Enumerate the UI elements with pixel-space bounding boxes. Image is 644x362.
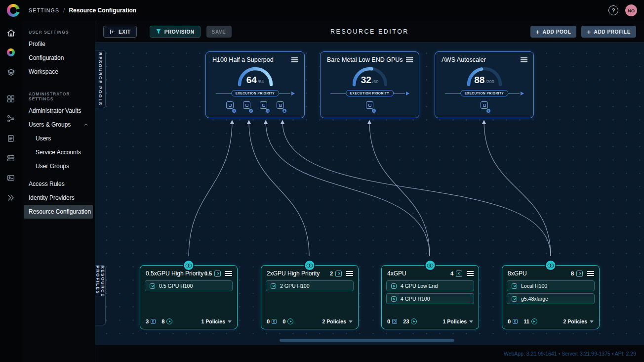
provision-button[interactable]: PROVISION — [150, 26, 201, 38]
admin-settings-header: ADMINISTRATOR SETTINGS — [22, 87, 95, 104]
connector-node-icon[interactable] — [545, 260, 557, 271]
sidebar-item-user-groups[interactable]: User Groups — [22, 159, 95, 173]
connector-node-icon[interactable] — [183, 260, 195, 271]
profile-item-label: Local H100 — [521, 283, 547, 289]
profile-card-05xgpu[interactable]: 0.5xGPU High Priority 0.5 0.5 GPU H100 3… — [140, 265, 238, 329]
pool-card-h100[interactable]: H100 Half a Superpod 64 /64 EXECUTION PR… — [205, 51, 305, 118]
pool-gpu-slot[interactable]: 4 — [277, 101, 284, 111]
policies-dropdown[interactable]: 2 Policies — [564, 318, 594, 324]
resource-profiles-tab[interactable]: RESOURCE PROFILES — [95, 265, 106, 325]
provision-label: PROVISION — [164, 29, 195, 35]
profile-gpu-count: 8 — [571, 271, 574, 276]
profile-menu-icon[interactable] — [467, 271, 474, 276]
pipelines-icon[interactable] — [0, 109, 22, 129]
pool-total-count: /64 — [258, 79, 264, 84]
expand-rail-icon[interactable] — [0, 188, 22, 208]
pool-menu-icon[interactable] — [291, 57, 298, 62]
profile-item-label: 0.5 GPU H100 — [159, 283, 193, 289]
running-jobs-icon — [531, 318, 537, 324]
policies-dropdown[interactable]: 1 Policies — [201, 318, 232, 324]
save-label: SAVE — [212, 29, 226, 35]
profile-card-8xgpu[interactable]: 8xGPU 8 Local H100 g5.48xlarge 0 11 — [502, 265, 600, 329]
execution-priority-axis: EXECUTION PRIORITY — [206, 90, 304, 97]
users-groups-label: Users & Groups — [29, 121, 71, 128]
sidebar-item-workspace[interactable]: Workspace — [22, 65, 95, 79]
edge-p3-pool1 — [266, 121, 430, 256]
profile-resource-item[interactable]: g5.48xlarge — [507, 293, 595, 304]
sidebar-item-resource-configuration[interactable]: Resource Configuration — [24, 205, 93, 219]
pool-gpu-slot[interactable]: 3 — [260, 101, 267, 111]
pool-used-count: 32 — [361, 75, 371, 86]
exit-button[interactable]: EXIT — [103, 26, 137, 38]
profile-item-label: 2 GPU H100 — [280, 283, 310, 289]
sidebar-item-access-rules[interactable]: Access Rules — [22, 177, 95, 191]
priority-arrow-icon — [291, 91, 295, 95]
reports-icon[interactable] — [0, 129, 22, 148]
gpu-chip-icon — [260, 101, 267, 109]
layers-icon[interactable] — [0, 62, 22, 82]
connector-node-icon[interactable] — [425, 260, 436, 271]
resource-editor-canvas[interactable]: RESOURCE POOLS RESOURCE PROFILES H100 Ha… — [95, 43, 644, 345]
save-button[interactable]: SAVE — [206, 26, 232, 38]
add-pool-button[interactable]: + ADD POOL — [530, 26, 577, 38]
profile-resource-item[interactable]: Local H100 — [507, 280, 595, 291]
policies-dropdown[interactable]: 2 Policies — [322, 318, 353, 324]
pool-gpu-slot[interactable]: 1 — [481, 101, 488, 111]
connector-node-icon[interactable] — [304, 260, 316, 271]
profile-card-4xgpu[interactable]: 4xGPU 4 4 GPU Low End 4 GPU H100 0 23 — [381, 265, 479, 329]
gpu-chip-icon — [391, 283, 397, 289]
clearml-logo-icon[interactable] — [7, 4, 20, 17]
home-icon[interactable] — [0, 23, 22, 43]
add-profile-button[interactable]: + ADD PROFILE — [581, 26, 636, 38]
resource-pools-tab[interactable]: RESOURCE POOLS — [95, 50, 106, 108]
queues-icon[interactable] — [0, 148, 22, 168]
policies-label: 2 Policies — [564, 318, 587, 324]
profile-resource-item[interactable]: 0.5 GPU H100 — [145, 280, 233, 291]
profile-resource-item[interactable]: 2 GPU H100 — [266, 280, 354, 291]
footer: WebApp: 3.21.99-1641 • Server: 3.21.99-1… — [95, 345, 644, 362]
pool-menu-icon[interactable] — [406, 57, 413, 62]
apps-grid-icon[interactable] — [0, 89, 22, 109]
profile-title: 4xGPU — [387, 270, 450, 277]
pool-card-bare-metal[interactable]: Bare Metal Low END GPUs 32 /60 EXECUTION… — [320, 51, 419, 118]
profile-menu-icon[interactable] — [225, 271, 232, 276]
pool-card-aws-autoscaler[interactable]: AWS Autoscaler 88 /200 EXECUTION PRIORIT… — [435, 51, 534, 118]
policies-dropdown[interactable]: 1 Policies — [443, 318, 473, 324]
breadcrumb-settings[interactable]: SETTINGS — [29, 7, 59, 13]
gpu-chip-icon — [456, 271, 462, 277]
help-icon[interactable]: ? — [608, 5, 618, 15]
sidebar-item-configuration[interactable]: Configuration — [22, 51, 95, 65]
chevron-down-icon — [349, 320, 353, 323]
pool-gpu-slot[interactable]: 2 — [243, 101, 250, 111]
monitor-icon[interactable] — [0, 168, 22, 188]
catalog-icon[interactable] — [0, 43, 22, 62]
pool-gauge: 64 /64 — [206, 64, 304, 86]
sidebar-item-profile[interactable]: Profile — [22, 37, 95, 51]
profile-resource-item[interactable]: 4 GPU Low End — [386, 280, 474, 291]
execution-priority-label: EXECUTION PRIORITY — [231, 90, 279, 96]
sidebar-item-users[interactable]: Users — [22, 132, 95, 145]
gpu-chip-icon — [243, 101, 250, 109]
gpu-chip-icon — [335, 271, 342, 277]
profile-card-2xgpu[interactable]: 2xGPU High Priority 2 2 GPU H100 0 0 2 P… — [261, 265, 359, 329]
policies-label: 1 Policies — [443, 318, 467, 324]
sidebar-item-administrator-vaults[interactable]: Administrator Vaults — [22, 104, 95, 118]
profile-menu-icon[interactable] — [587, 271, 594, 276]
pool-gpu-slot[interactable]: 1 — [366, 101, 373, 111]
profile-menu-icon[interactable] — [346, 271, 353, 276]
sidebar-item-service-accounts[interactable]: Service Accounts — [22, 145, 95, 159]
pool-title: Bare Metal Low END GPUs — [327, 56, 403, 63]
profile-gpu-count: 4 — [450, 271, 453, 276]
pool-gpu-slot[interactable]: 1 — [226, 101, 234, 111]
profile-resource-item[interactable]: 4 GPU H100 — [386, 293, 474, 304]
avatar[interactable]: NO — [625, 4, 637, 16]
sidebar-item-identity-providers[interactable]: Identity Providers — [22, 191, 95, 205]
edge-p2-pool1 — [249, 121, 309, 256]
plus-icon: + — [587, 29, 591, 35]
sidebar-item-users-groups[interactable]: Users & Groups — [22, 118, 95, 132]
pool-menu-icon[interactable] — [521, 57, 527, 62]
exit-label: EXIT — [119, 29, 131, 35]
horizontal-scrollbar[interactable] — [280, 339, 454, 342]
workers-icon — [151, 319, 156, 324]
running-count: 23 — [403, 318, 409, 324]
